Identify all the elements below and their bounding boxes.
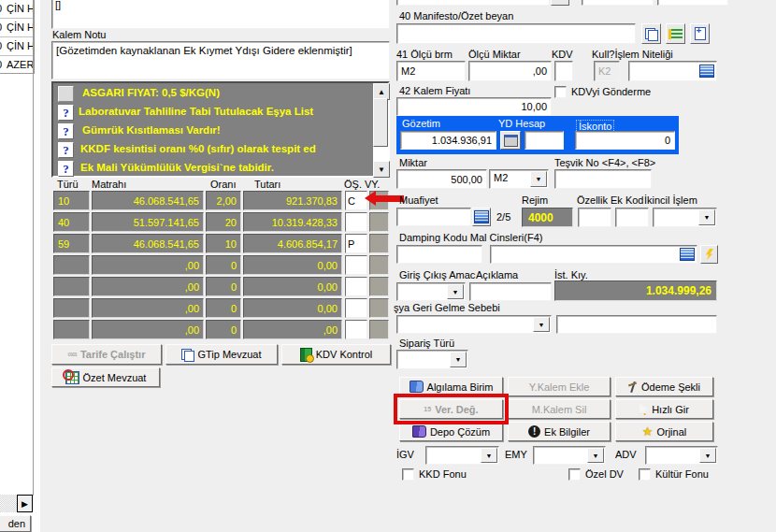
dropdown-arrow-icon[interactable] <box>450 352 467 367</box>
left-grid: 0 ÇİN H 0 ÇİN H 0 ÇİN H 0 AZER <box>0 0 35 74</box>
geri-gelme-field[interactable] <box>556 315 717 334</box>
grid-row[interactable]: 0 ÇİN H <box>0 37 34 56</box>
grid-row[interactable]: 0 AZER <box>0 56 34 74</box>
depo-cozum-button[interactable]: Depo Çözüm <box>399 422 503 441</box>
adv-dropdown[interactable] <box>645 446 718 465</box>
cell-matrah: 46.068.541,65 <box>92 191 204 210</box>
top-clipped-field[interactable] <box>396 0 550 6</box>
geri-gelme-dropdown[interactable] <box>396 315 552 334</box>
scroll-right-button[interactable]: ▶ <box>17 495 33 512</box>
top-clipped-small-button[interactable] <box>551 0 569 6</box>
top-clipped-field[interactable] <box>582 0 654 6</box>
ozel-dv-checkbox[interactable] <box>568 468 581 481</box>
emy-dropdown[interactable] <box>533 446 606 465</box>
manifesto-field[interactable] <box>396 23 636 44</box>
aciklama-field[interactable] <box>469 282 552 301</box>
dropdown-arrow-icon[interactable] <box>699 448 716 463</box>
warning-item[interactable]: ASGARI FIYAT: 0,5 $/KG(N) <box>82 87 370 98</box>
muafiyet-browse-button[interactable] <box>472 208 491 226</box>
ek-bilgiler-button[interactable]: ! Ek Bilgiler <box>508 422 611 441</box>
cell-oran: 0 <box>206 255 241 275</box>
ekkod-field[interactable] <box>615 208 649 227</box>
miktar-field[interactable]: 500,00 <box>396 169 487 189</box>
yd-hesap-field[interactable] <box>525 131 564 150</box>
top-clipped-text: [] <box>55 0 61 10</box>
cell-os[interactable] <box>345 298 367 318</box>
cell-vy <box>369 277 389 296</box>
warnings-scrollbar[interactable]: ▲ ▼ <box>373 83 388 176</box>
warning-item[interactable]: Laboratuvar Tahliline Tabi Tutulacak Eşy… <box>79 106 370 117</box>
horizontal-scrollbar-track[interactable] <box>0 495 17 512</box>
warning-item[interactable]: Ek Mali Yükümlülük Vergisi`ne tabidir. <box>80 162 370 173</box>
cell-os[interactable] <box>345 320 367 339</box>
gozetim-calc-button[interactable] <box>500 131 521 150</box>
igv-dropdown[interactable] <box>425 446 499 465</box>
kdv-kontrol-button[interactable]: KDV Kontrol <box>281 344 391 365</box>
manifesto-list-button[interactable] <box>666 23 685 44</box>
ikincil-islem-dropdown[interactable] <box>653 208 717 227</box>
ozellik-field[interactable] <box>578 208 611 227</box>
clipped-bottom-button[interactable]: den <box>0 515 31 532</box>
kultur-fonu-checkbox[interactable] <box>639 468 651 481</box>
olcu-miktar-field[interactable]: ,00 <box>468 61 552 81</box>
y-kalem-ekle-button[interactable]: Y.Kalem Ekle <box>508 377 611 396</box>
top-clipped-textbox[interactable]: [] <box>51 0 390 29</box>
dropdown-arrow-icon[interactable] <box>481 448 497 463</box>
gozetim-field[interactable]: 1.034.936,91 <box>400 131 496 150</box>
question-icon[interactable]: ? <box>58 161 74 177</box>
giris-cikis-dropdown[interactable] <box>396 282 466 301</box>
islem-niteligi-field[interactable] <box>628 61 717 81</box>
tarife-calistir-button[interactable]: 0101 Tarife Çalıştır <box>51 344 162 365</box>
grid-row[interactable]: 0 ÇİN H <box>0 19 34 37</box>
ozet-mevzuat-button[interactable]: Özet Mevzuat <box>51 367 160 387</box>
combobox-icon[interactable] <box>699 65 714 78</box>
top-clipped-field[interactable] <box>657 0 728 6</box>
siparis-turu-dropdown[interactable] <box>396 350 468 369</box>
tesvik-field[interactable] <box>554 169 652 189</box>
question-icon[interactable]: ? <box>58 123 74 139</box>
question-icon[interactable]: ? <box>58 105 74 121</box>
combobox-icon[interactable] <box>680 248 695 261</box>
manifesto-notes-button[interactable] <box>641 23 661 44</box>
dropdown-arrow-icon[interactable] <box>533 317 550 332</box>
cell-os[interactable]: P <box>345 234 367 253</box>
mal-cinsleri-quick-button[interactable] <box>700 245 718 264</box>
scrollbar-thumb[interactable] <box>373 98 388 147</box>
kalem-notu-textarea[interactable]: [Gözetimden kaynaklanan Ek Kıymet Ydışı … <box>51 41 390 79</box>
iskonto-field[interactable]: 0 <box>575 131 675 150</box>
kkd-fonu-checkbox[interactable] <box>402 468 414 481</box>
igv-label: İGV <box>396 449 414 460</box>
olcu-brm-field[interactable]: M2 <box>396 61 466 81</box>
damping-kodu-field[interactable] <box>396 245 482 264</box>
cell-os[interactable] <box>345 255 367 275</box>
dropdown-arrow-icon[interactable] <box>447 284 464 299</box>
warning-item[interactable]: KKDF kesintisi oranı %0 (sıfır) olarak t… <box>80 143 370 154</box>
hizli-gir-button[interactable]: Hızlı Gir <box>615 399 713 419</box>
gtip-mevzuat-button[interactable]: GTip Mevzuat <box>165 344 278 365</box>
orjinal-button[interactable]: ★ Orjinal <box>615 422 713 441</box>
dropdown-arrow-icon[interactable] <box>530 171 547 187</box>
manifesto-add-doc-button[interactable]: + <box>690 23 710 44</box>
kdv-field[interactable] <box>554 61 573 81</box>
dropdown-arrow-icon[interactable] <box>587 448 604 463</box>
cell-turu <box>53 298 90 318</box>
muafiyet-field[interactable] <box>396 208 471 226</box>
miktar-unit-dropdown[interactable]: M2 <box>489 169 549 189</box>
kalem-fiyati-field[interactable]: 10,00 <box>396 97 552 116</box>
kkd-fonu-label: KKD Fonu <box>419 468 467 480</box>
arrow-right-icon: ▶ <box>22 499 28 509</box>
cell-os[interactable] <box>345 277 367 296</box>
dropdown-arrow-icon[interactable] <box>698 209 715 225</box>
m-kalem-sil-button[interactable]: M.Kalem Sil <box>508 399 611 419</box>
adv-label: ADV <box>615 449 637 460</box>
cell-os[interactable] <box>345 212 367 232</box>
odeme-sekli-button[interactable]: Ödeme Şekli <box>615 377 713 396</box>
warning-item[interactable]: Gümrük Kısıtlaması Vardır! <box>82 124 370 136</box>
question-icon[interactable]: ? <box>58 142 74 158</box>
kdvyi-gonderme-checkbox[interactable] <box>554 86 567 98</box>
mal-cinsleri-field[interactable] <box>490 245 697 264</box>
grid-row[interactable]: 0 ÇİN H <box>0 0 34 19</box>
cell-oran: 20 <box>206 212 241 232</box>
scroll-down-button[interactable]: ▼ <box>373 161 390 178</box>
panel-splitter[interactable] <box>33 0 34 496</box>
